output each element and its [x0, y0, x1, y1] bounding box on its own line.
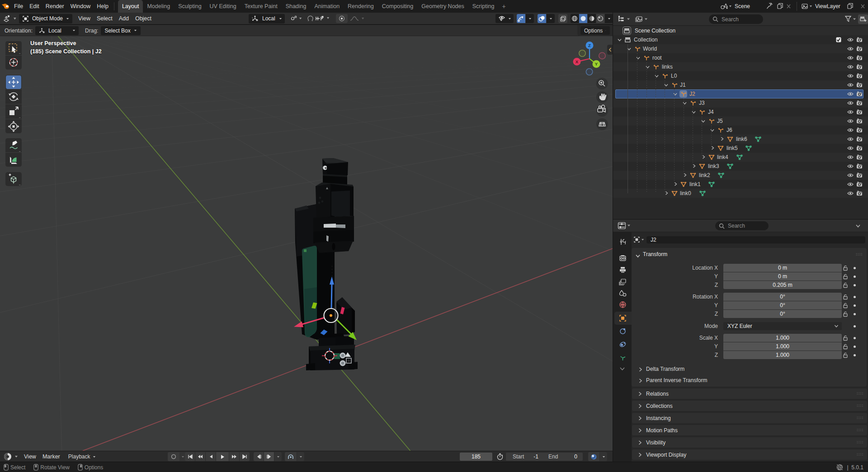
- svg-text:X: X: [576, 59, 579, 64]
- svg-text:Y: Y: [595, 61, 598, 66]
- svg-text:Z: Z: [588, 43, 591, 48]
